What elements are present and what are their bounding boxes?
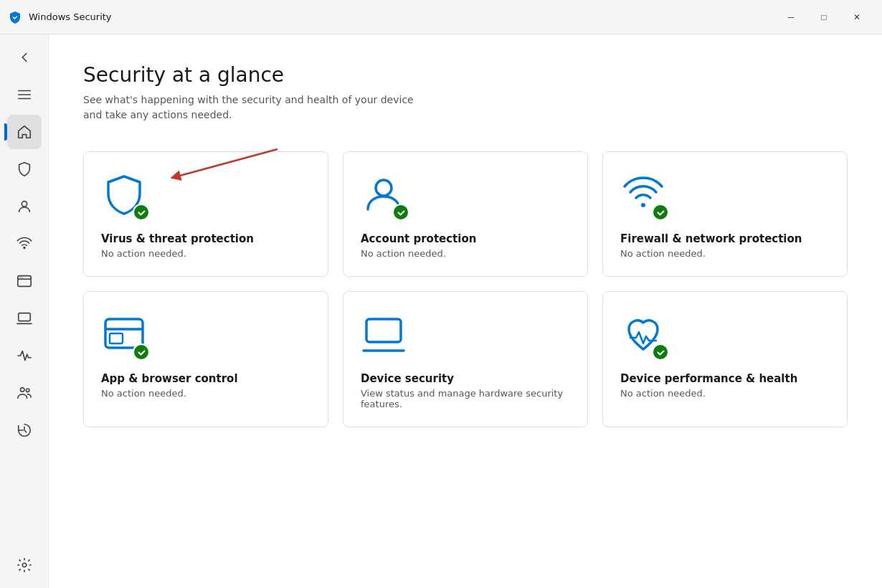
- virus-icon-wrap: [101, 172, 147, 221]
- svg-point-7: [19, 277, 20, 278]
- svg-rect-20: [366, 319, 401, 342]
- health-card-status: No action needed.: [620, 388, 830, 399]
- account-card[interactable]: Account protection No action needed.: [343, 151, 588, 277]
- device-security-card-title: Device security: [361, 372, 570, 385]
- device-laptop-icon: [361, 312, 407, 358]
- sidebar-history-button[interactable]: [7, 413, 42, 447]
- browser-icon: [16, 273, 32, 289]
- firewall-card[interactable]: Firewall & network protection No action …: [602, 151, 848, 277]
- sidebar-back-button[interactable]: [7, 40, 42, 75]
- account-icon-wrap: [361, 172, 407, 221]
- title-bar-controls: ─ □ ✕: [774, 6, 873, 29]
- shield-icon: [16, 161, 32, 177]
- svg-point-16: [641, 203, 645, 207]
- sidebar-browser-button[interactable]: [7, 264, 42, 298]
- app-icon: [9, 11, 22, 24]
- close-button[interactable]: ✕: [840, 6, 873, 29]
- browser-icon-wrap: [101, 312, 147, 361]
- minimize-button[interactable]: ─: [774, 6, 807, 29]
- device-icon-wrap: [361, 312, 407, 361]
- device-security-card[interactable]: Device security View status and manage h…: [343, 291, 588, 427]
- title-bar: Windows Security ─ □ ✕: [0, 0, 882, 34]
- cards-grid: Virus & threat protection No action need…: [83, 151, 848, 427]
- svg-point-4: [24, 247, 25, 249]
- svg-point-12: [22, 563, 27, 567]
- health-icon: [16, 348, 32, 364]
- check-icon: [137, 348, 146, 357]
- app-layout: Security at a glance See what's happenin…: [0, 34, 882, 588]
- svg-rect-19: [110, 333, 123, 343]
- sidebar-settings-button[interactable]: [7, 548, 42, 582]
- browser-card-status: No action needed.: [101, 388, 310, 399]
- svg-point-3: [22, 201, 27, 207]
- family-icon: [16, 385, 32, 401]
- arrow-annotation: [134, 142, 299, 185]
- svg-rect-9: [18, 313, 30, 321]
- account-card-title: Account protection: [361, 232, 570, 245]
- sidebar-family-button[interactable]: [7, 376, 42, 410]
- laptop-icon: [16, 310, 32, 326]
- page-title: Security at a glance: [83, 63, 848, 87]
- health-check-badge: [652, 343, 669, 361]
- check-icon: [656, 208, 665, 217]
- health-icon-wrap: [620, 312, 666, 361]
- account-card-status: No action needed.: [361, 248, 570, 259]
- health-card-title: Device performance & health: [620, 372, 830, 385]
- sidebar-account-button[interactable]: [7, 189, 42, 224]
- svg-point-10: [20, 388, 24, 392]
- settings-icon: [16, 557, 32, 573]
- health-card[interactable]: Device performance & health No action ne…: [602, 291, 848, 427]
- browser-card[interactable]: App & browser control No action needed.: [83, 291, 328, 427]
- virus-card[interactable]: Virus & threat protection No action need…: [83, 151, 328, 277]
- history-icon: [16, 422, 32, 438]
- main-content: Security at a glance See what's happenin…: [49, 34, 882, 588]
- page-subtitle: See what's happening with the security a…: [83, 93, 848, 123]
- person-icon: [16, 199, 32, 214]
- firewall-check-badge: [652, 204, 669, 221]
- menu-icon: [16, 87, 32, 103]
- wifi-icon: [16, 236, 32, 252]
- svg-point-8: [22, 277, 22, 278]
- sidebar: [0, 34, 49, 588]
- app-title: Windows Security: [29, 11, 112, 22]
- svg-point-15: [376, 180, 392, 196]
- firewall-icon-wrap: [620, 172, 666, 221]
- virus-check-badge: [133, 204, 150, 221]
- sidebar-menu-button[interactable]: [7, 77, 42, 112]
- title-bar-left: Windows Security: [9, 11, 112, 24]
- home-icon: [16, 124, 32, 140]
- svg-line-14: [177, 149, 278, 176]
- check-icon: [656, 348, 665, 357]
- sidebar-device-button[interactable]: [7, 301, 42, 336]
- browser-check-badge: [133, 343, 150, 361]
- sidebar-home-button[interactable]: [7, 115, 42, 149]
- device-security-card-status: View status and manage hardware security…: [361, 388, 570, 409]
- account-check-badge: [392, 204, 409, 221]
- check-icon: [137, 208, 146, 217]
- sidebar-shield-button[interactable]: [7, 152, 42, 186]
- back-icon: [16, 49, 32, 65]
- firewall-card-status: No action needed.: [620, 248, 830, 259]
- maximize-button[interactable]: □: [807, 6, 840, 29]
- virus-card-title: Virus & threat protection: [101, 232, 310, 245]
- firewall-card-title: Firewall & network protection: [620, 232, 830, 245]
- check-icon: [397, 208, 406, 217]
- sidebar-firewall-button[interactable]: [7, 227, 42, 261]
- svg-point-11: [26, 389, 29, 392]
- browser-card-title: App & browser control: [101, 372, 310, 385]
- sidebar-health-button[interactable]: [7, 338, 42, 373]
- virus-card-status: No action needed.: [101, 248, 310, 259]
